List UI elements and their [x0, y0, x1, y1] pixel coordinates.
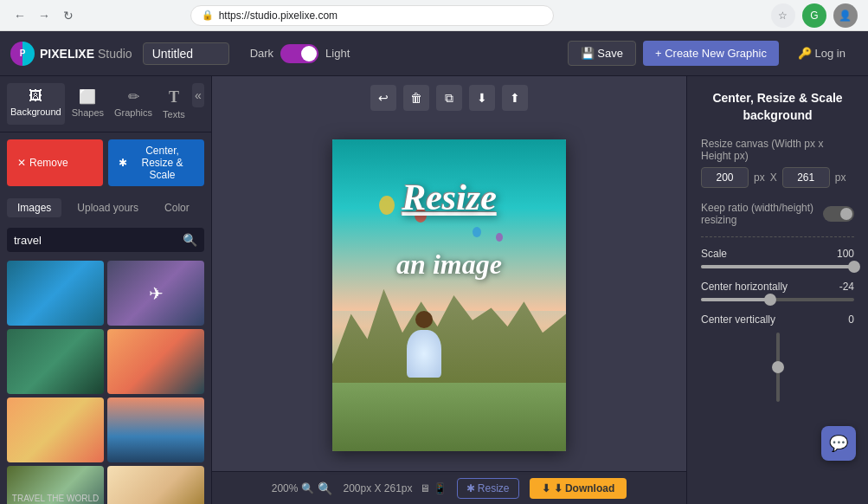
- scale-slider-track[interactable]: [701, 265, 854, 268]
- theme-toggle-group: Dark Light: [250, 44, 350, 63]
- scale-label: Scale: [701, 248, 727, 260]
- list-item[interactable]: TRAVEL THE WORLD: [7, 466, 104, 504]
- scale-value: 100: [837, 248, 854, 260]
- graphics-icon: ✏: [128, 88, 139, 105]
- save-button[interactable]: 💾 Save: [568, 41, 636, 66]
- scale-slider-thumb[interactable]: [848, 261, 860, 273]
- search-icon[interactable]: 🔍: [183, 233, 197, 247]
- copy-button[interactable]: ⧉: [436, 85, 462, 111]
- background-icon: 🖼: [29, 88, 42, 104]
- tab-background[interactable]: 🖼 Background: [7, 83, 65, 125]
- balloon-3: [473, 227, 481, 237]
- address-bar[interactable]: 🔒 https://studio.pixelixe.com: [190, 5, 554, 26]
- download-icon: ⬇: [542, 482, 550, 494]
- list-item[interactable]: [7, 261, 104, 326]
- theme-toggle[interactable]: [280, 44, 318, 63]
- tab-texts[interactable]: T Texts: [159, 83, 189, 125]
- center-h-slider-thumb[interactable]: [764, 294, 776, 306]
- mobile-icon: 📱: [434, 482, 447, 494]
- zoom-stat: 200% 🔍 🔍: [272, 481, 333, 495]
- back-button[interactable]: ←: [10, 6, 29, 25]
- center-v-slider-group: Center vertically 0: [701, 313, 854, 402]
- main-layout: 🖼 Background ⬜ Shapes ✏ Graphics T Texts…: [0, 76, 868, 504]
- chat-button[interactable]: 💬: [821, 426, 856, 461]
- refresh-button[interactable]: ↻: [59, 6, 78, 25]
- download-label: ⬇ Download: [554, 482, 615, 494]
- move-up-button[interactable]: ⬆: [502, 85, 528, 111]
- topbar: P PIXELIXE Studio Dark Light 💾 Save + Cr…: [0, 31, 868, 76]
- list-item[interactable]: [107, 329, 204, 394]
- browser-right: ☆ G 👤: [771, 3, 858, 28]
- height-input[interactable]: [782, 167, 830, 188]
- center-resize-button[interactable]: ✱ Center, Resize & Scale: [108, 139, 204, 186]
- undo-button[interactable]: ↩: [370, 85, 396, 111]
- scale-slider-header: Scale 100: [701, 248, 854, 260]
- panel-actions: ✕ Remove ✱ Center, Resize & Scale: [0, 132, 211, 193]
- logo: P PIXELIXE Studio: [10, 42, 132, 66]
- keep-ratio-toggle[interactable]: no: [823, 206, 854, 222]
- center-h-slider-group: Center horizontally -24: [701, 281, 854, 301]
- create-button[interactable]: + Create New Graphic: [643, 41, 779, 66]
- bottom-bar: 200% 🔍 🔍 200px X 261px 🖥 📱 ✱ Resize ⬇ ⬇ …: [212, 471, 686, 504]
- search-box: 🔍: [7, 228, 204, 252]
- center-v-slider-thumb[interactable]: [772, 361, 784, 373]
- keep-ratio-row: Keep ratio (width/height) resizing no: [701, 202, 854, 226]
- list-item[interactable]: [7, 329, 104, 394]
- panel-tabs: 🖼 Background ⬜ Shapes ✏ Graphics T Texts…: [0, 76, 211, 132]
- sub-tab-color[interactable]: Color: [154, 198, 200, 217]
- keep-ratio-label: Keep ratio (width/height) resizing: [701, 202, 823, 226]
- canvas-text-image: an image: [396, 249, 502, 281]
- tab-graphics[interactable]: ✏ Graphics: [111, 83, 156, 125]
- list-item[interactable]: [107, 466, 204, 504]
- shapes-icon: ⬜: [79, 88, 96, 105]
- px-unit-1: px: [754, 171, 765, 184]
- logo-text: PIXELIXE Studio: [40, 47, 132, 61]
- canvas-toolbar: ↩ 🗑 ⧉ ⬇ ⬆: [362, 76, 537, 120]
- dimensions-stat: 200px X 261px 🖥 📱: [343, 482, 446, 494]
- login-button[interactable]: 🔑 Log in: [786, 41, 858, 66]
- sub-tab-images[interactable]: Images: [7, 198, 61, 217]
- lock-icon: 🔒: [202, 10, 214, 21]
- resize-canvas-inputs: px X px: [701, 167, 854, 188]
- collapse-panel-button[interactable]: «: [192, 83, 204, 107]
- canvas-frame[interactable]: Resize an image: [332, 139, 566, 451]
- sub-tab-upload[interactable]: Upload yours: [67, 198, 149, 217]
- tab-shapes[interactable]: ⬜ Shapes: [68, 83, 107, 125]
- width-input[interactable]: [701, 167, 749, 188]
- list-item[interactable]: [107, 397, 204, 462]
- light-label: Light: [325, 47, 350, 60]
- list-item[interactable]: [7, 397, 104, 462]
- url-text: https://studio.pixelixe.com: [219, 10, 338, 22]
- center-v-header: Center vertically 0: [701, 313, 854, 326]
- star-icon[interactable]: ☆: [771, 3, 795, 28]
- center-h-slider-fill: [701, 298, 770, 301]
- zoom-out-icon[interactable]: 🔍: [301, 482, 314, 494]
- profile-icon-green[interactable]: G: [802, 3, 826, 28]
- zoom-in-icon[interactable]: 🔍: [318, 481, 332, 495]
- center-h-slider-track[interactable]: [701, 298, 854, 301]
- topbar-actions: 💾 Save + Create New Graphic 🔑 Log in: [568, 41, 858, 66]
- canvas-text-resize: Resize: [402, 177, 497, 218]
- dark-label: Dark: [250, 47, 273, 60]
- canvas-ground: [332, 383, 566, 451]
- tab-graphics-label: Graphics: [114, 107, 152, 118]
- profile-icon-photo[interactable]: 👤: [833, 3, 858, 28]
- list-item[interactable]: ✈: [107, 261, 204, 326]
- desktop-icon: 🖥: [420, 482, 430, 494]
- forward-button[interactable]: →: [35, 6, 54, 25]
- resize-canvas-group: Resize canvas (Width px x Height px) px …: [701, 138, 854, 188]
- scale-slider-fill: [701, 265, 854, 268]
- delete-button[interactable]: 🗑: [403, 85, 429, 111]
- resize-button[interactable]: ✱ Resize: [457, 478, 519, 499]
- center-v-label: Center vertically: [701, 313, 775, 326]
- browser-chrome: ← → ↻ 🔒 https://studio.pixelixe.com ☆ G …: [0, 0, 868, 31]
- remove-button[interactable]: ✕ Remove: [7, 139, 103, 186]
- dimensions-value: 200px X 261px: [343, 482, 412, 494]
- download-button[interactable]: ⬇ ⬇ Download: [530, 478, 627, 499]
- canvas-sky: [332, 139, 566, 311]
- center-v-slider-track[interactable]: [776, 333, 780, 402]
- sub-tabs: Images Upload yours Color: [0, 193, 211, 223]
- move-down-button[interactable]: ⬇: [469, 85, 495, 111]
- title-input[interactable]: [143, 42, 229, 65]
- search-input[interactable]: [14, 234, 183, 247]
